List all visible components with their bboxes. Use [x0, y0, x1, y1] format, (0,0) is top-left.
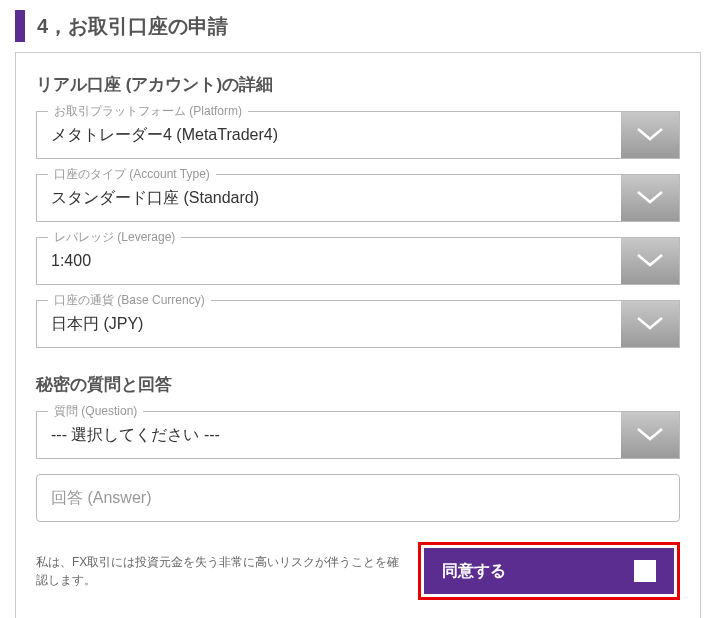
chevron-down-icon	[621, 238, 679, 284]
chevron-down-icon	[621, 112, 679, 158]
platform-label: お取引プラットフォーム (Platform)	[48, 103, 248, 120]
account-type-field: 口座のタイプ (Account Type) スタンダード口座 (Standard…	[36, 174, 680, 222]
account-type-label: 口座のタイプ (Account Type)	[48, 166, 216, 183]
secret-question-section: 秘密の質問と回答 質問 (Question) --- 選択してください ---	[36, 373, 680, 522]
accent-bar	[15, 10, 25, 42]
agree-button[interactable]: 同意する	[424, 548, 674, 594]
secret-question-title: 秘密の質問と回答	[36, 373, 680, 396]
chevron-down-icon	[621, 301, 679, 347]
base-currency-field: 口座の通貨 (Base Currency) 日本円 (JPY)	[36, 300, 680, 348]
question-label: 質問 (Question)	[48, 403, 143, 420]
agree-checkbox[interactable]	[634, 560, 656, 582]
real-account-details-title: リアル口座 (アカウント)の詳細	[36, 73, 680, 96]
platform-field: お取引プラットフォーム (Platform) メタトレーダー4 (MetaTra…	[36, 111, 680, 159]
section-header: 4，お取引口座の申請	[0, 0, 716, 52]
chevron-down-icon	[621, 412, 679, 458]
agree-button-highlight: 同意する	[418, 542, 680, 600]
section-title: 4，お取引口座の申請	[37, 13, 228, 40]
chevron-down-icon	[621, 175, 679, 221]
answer-input[interactable]	[37, 475, 679, 521]
answer-input-box	[36, 474, 680, 522]
base-currency-label: 口座の通貨 (Base Currency)	[48, 292, 211, 309]
risk-disclosure-text: 私は、FX取引には投資元金を失う非常に高いリスクが伴うことを確認します。	[36, 553, 403, 589]
leverage-field: レバレッジ (Leverage) 1:400	[36, 237, 680, 285]
leverage-label: レバレッジ (Leverage)	[48, 229, 181, 246]
question-field: 質問 (Question) --- 選択してください ---	[36, 411, 680, 459]
agree-row: 私は、FX取引には投資元金を失う非常に高いリスクが伴うことを確認します。 同意す…	[36, 542, 680, 600]
agree-label: 同意する	[442, 561, 506, 582]
form-container: リアル口座 (アカウント)の詳細 お取引プラットフォーム (Platform) …	[15, 52, 701, 618]
answer-field	[36, 474, 680, 522]
